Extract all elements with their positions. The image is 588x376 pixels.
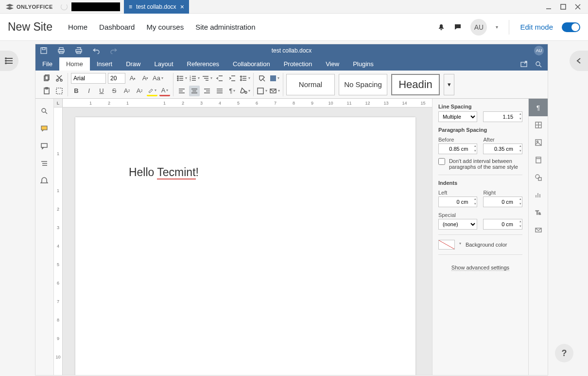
help-button[interactable]: ?: [555, 344, 573, 362]
special-indent-value[interactable]: [483, 219, 522, 230]
borders-icon[interactable]: [257, 86, 267, 96]
align-justify-icon[interactable]: [214, 86, 225, 96]
editor-user-badge[interactable]: AU: [534, 46, 544, 55]
italic-icon[interactable]: I: [84, 86, 94, 96]
find-icon[interactable]: [40, 107, 49, 115]
user-menu-caret-icon[interactable]: ▾: [496, 24, 498, 30]
minimize-button[interactable]: [542, 1, 555, 12]
align-center-icon[interactable]: [189, 86, 200, 96]
menu-home[interactable]: Home: [59, 57, 90, 71]
headings-icon[interactable]: [40, 159, 49, 168]
vertical-ruler[interactable]: 112345678910: [54, 107, 63, 375]
bold-icon[interactable]: B: [71, 86, 82, 96]
mail-merge-icon[interactable]: [269, 86, 280, 96]
line-spacing-type[interactable]: Multiple: [438, 111, 478, 122]
indent-left[interactable]: [438, 197, 478, 207]
align-left-icon[interactable]: [176, 86, 187, 96]
document-page[interactable]: Hello Tecmint!: [75, 117, 415, 375]
superscript-icon[interactable]: A2: [121, 86, 132, 96]
show-advanced-link[interactable]: Show advanced settings: [451, 265, 509, 271]
special-indent-type[interactable]: (none): [438, 219, 478, 230]
underline-icon[interactable]: U: [96, 86, 107, 96]
font-name-select[interactable]: [71, 73, 106, 84]
left-drawer-toggle[interactable]: [0, 51, 18, 71]
subscript-icon[interactable]: A2: [134, 86, 145, 96]
save-icon[interactable]: [39, 46, 48, 55]
select-all-icon[interactable]: [54, 86, 65, 96]
clear-format-icon[interactable]: [257, 73, 267, 84]
horizontal-ruler[interactable]: L 121123456789101112131415: [54, 99, 432, 107]
document-tab[interactable]: ≡ test collab.docx ×: [124, 0, 189, 14]
no-interval-checkbox[interactable]: Don't add interval between paragraphs of…: [438, 158, 522, 170]
menu-references[interactable]: References: [180, 57, 226, 71]
paragraph-settings-icon[interactable]: ¶: [529, 99, 548, 116]
chat-icon[interactable]: [40, 142, 49, 150]
increase-font-icon[interactable]: A▴: [127, 73, 138, 84]
close-button[interactable]: [571, 1, 584, 12]
styles-dropdown-icon[interactable]: ▾: [444, 74, 454, 95]
menu-collaboration[interactable]: Collaboration: [226, 57, 277, 71]
menu-draw[interactable]: Draw: [119, 57, 147, 71]
indent-right[interactable]: [483, 197, 522, 207]
change-case-icon[interactable]: Aa: [153, 73, 163, 84]
highlight-color-icon[interactable]: [147, 86, 157, 96]
undo-icon[interactable]: [92, 46, 101, 55]
cut-icon[interactable]: [54, 73, 65, 84]
comments-icon[interactable]: [40, 124, 49, 133]
spacing-before[interactable]: [438, 143, 478, 154]
decrease-indent-icon[interactable]: [214, 73, 225, 84]
redo-icon[interactable]: [109, 46, 118, 55]
feedback-icon[interactable]: [40, 177, 49, 185]
menu-plugins[interactable]: Plugins: [346, 57, 380, 71]
right-drawer-toggle[interactable]: [570, 51, 588, 71]
shading-icon[interactable]: [240, 86, 250, 96]
open-location-icon[interactable]: [520, 61, 527, 68]
font-color-icon[interactable]: A: [159, 86, 170, 96]
bgcolor-swatch[interactable]: [438, 240, 455, 250]
copy-icon[interactable]: [41, 73, 52, 84]
header-footer-icon[interactable]: [529, 151, 548, 169]
messages-icon[interactable]: [454, 23, 462, 31]
multilevel-icon[interactable]: [202, 73, 212, 84]
mailmerge-settings-icon[interactable]: [529, 221, 548, 239]
nav-dashboard[interactable]: Dashboard: [99, 23, 135, 31]
numbering-icon[interactable]: 123: [189, 73, 200, 84]
bullets-icon[interactable]: [176, 73, 187, 84]
spacing-after[interactable]: [483, 143, 522, 154]
style-no-spacing[interactable]: No Spacing: [339, 74, 387, 95]
font-size-select[interactable]: [108, 73, 125, 84]
edit-mode-toggle[interactable]: [562, 22, 580, 32]
strike-icon[interactable]: S: [109, 86, 120, 96]
notifications-icon[interactable]: [437, 23, 445, 31]
tab-close-icon[interactable]: ×: [180, 3, 184, 11]
chart-settings-icon[interactable]: [529, 186, 548, 204]
menu-protection[interactable]: Protection: [277, 57, 319, 71]
menu-layout[interactable]: Layout: [148, 57, 180, 71]
no-interval-input[interactable]: [438, 158, 445, 165]
menu-file[interactable]: File: [35, 57, 59, 71]
menu-insert[interactable]: Insert: [90, 57, 120, 71]
style-heading[interactable]: Headin: [391, 74, 440, 95]
nav-site-admin[interactable]: Site administration: [195, 23, 255, 31]
table-settings-icon[interactable]: [529, 116, 548, 134]
increase-indent-icon[interactable]: [227, 73, 238, 84]
user-avatar[interactable]: AU: [470, 19, 487, 36]
paste-icon[interactable]: [41, 86, 52, 96]
line-spacing-icon[interactable]: [240, 73, 250, 84]
nav-home[interactable]: Home: [68, 23, 87, 31]
shape-settings-icon[interactable]: [529, 169, 548, 186]
page-wrap[interactable]: Hello Tecmint!: [63, 107, 432, 375]
nonprinting-icon[interactable]: ¶: [227, 86, 238, 96]
maximize-button[interactable]: [557, 1, 570, 12]
style-normal[interactable]: Normal: [286, 74, 335, 95]
menu-view[interactable]: View: [319, 57, 346, 71]
image-settings-icon[interactable]: [529, 134, 548, 151]
decrease-font-icon[interactable]: A▾: [140, 73, 151, 84]
print-icon[interactable]: [57, 46, 66, 55]
nav-my-courses[interactable]: My courses: [146, 23, 184, 31]
document-scroll[interactable]: 112345678910 Hello Tecmint!: [54, 107, 432, 375]
search-icon[interactable]: [535, 61, 542, 68]
fill-color-icon[interactable]: [269, 73, 280, 84]
line-spacing-value[interactable]: [483, 111, 522, 122]
quick-print-icon[interactable]: [74, 46, 83, 55]
